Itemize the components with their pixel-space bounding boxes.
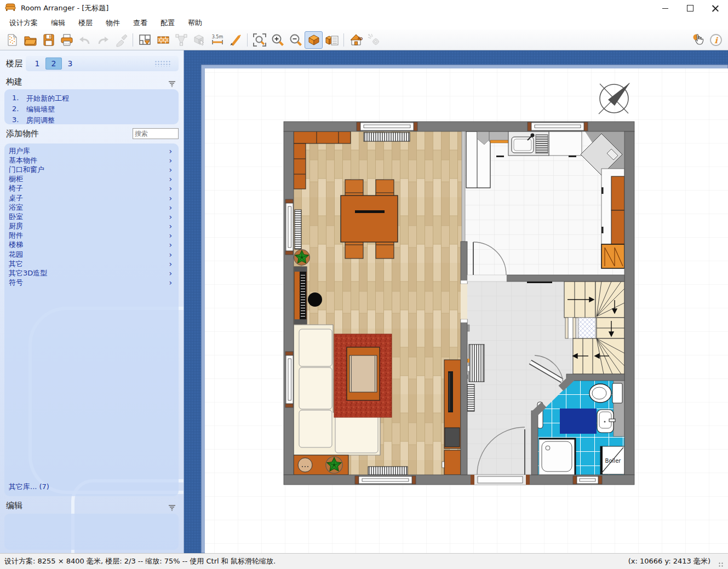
zoom-fit-button[interactable] — [250, 31, 268, 49]
kitchen-sink[interactable] — [508, 131, 549, 156]
chevron-right-icon — [169, 194, 172, 202]
status-bar: 设计方案: 8255 × 8400 毫米, 楼层: 2/3 -- 缩放: 75%… — [0, 553, 728, 569]
format-brush-icon — [114, 33, 128, 47]
measure-button[interactable]: 3.5m — [208, 31, 226, 49]
chevron-right-icon — [169, 279, 172, 286]
more-libraries-link[interactable]: 其它库... (7) — [9, 482, 49, 492]
minimize-button[interactable] — [652, 0, 678, 16]
floor-button[interactable]: 3 — [62, 58, 78, 70]
floor-button[interactable]: 1 — [29, 58, 45, 70]
insert-object-icon — [192, 33, 207, 47]
zoom-fit-icon — [253, 33, 267, 47]
edit-section-title: 编辑 — [6, 501, 22, 511]
resize-grip[interactable] — [718, 562, 724, 567]
chevron-right-icon — [169, 147, 172, 155]
explode-view-button[interactable] — [365, 31, 383, 49]
app-logo-sofa-icon — [5, 3, 16, 14]
menu-item[interactable]: 配置 — [154, 16, 181, 30]
toilet[interactable] — [589, 383, 622, 403]
pointer-mode-button[interactable] — [689, 31, 707, 49]
potted-plant[interactable] — [294, 250, 310, 266]
menu-item[interactable]: 物件 — [99, 16, 127, 30]
round-side-table[interactable] — [308, 292, 322, 307]
category-item[interactable]: 卧室 — [4, 212, 179, 221]
bath-mat[interactable] — [560, 409, 597, 434]
open-button[interactable] — [21, 31, 39, 49]
category-item[interactable]: 符号 — [4, 278, 179, 288]
category-item[interactable]: 其它3D造型 — [4, 268, 179, 278]
edit-points-button[interactable] — [172, 31, 190, 49]
category-item[interactable]: 基本物件 — [4, 156, 179, 165]
category-item[interactable]: 厨房 — [4, 222, 179, 231]
chevron-right-icon — [169, 213, 172, 221]
redo-button[interactable] — [94, 31, 112, 49]
collapse-funnel-icon[interactable] — [168, 503, 176, 513]
category-item[interactable]: 桌子 — [4, 193, 179, 203]
fridge[interactable] — [601, 244, 624, 268]
potted-plant[interactable] — [326, 457, 342, 473]
walkthrough-house-button[interactable]: 3D — [347, 31, 365, 49]
chevron-right-icon — [169, 241, 172, 249]
close-button[interactable] — [703, 0, 728, 16]
kitchen-right-cabinets[interactable] — [601, 169, 624, 244]
floors-label: 楼层 — [6, 59, 22, 69]
build-step-link[interactable]: 2. 编辑墙壁 — [4, 104, 179, 115]
bottom-radiator[interactable] — [368, 467, 408, 475]
category-item[interactable]: 椅子 — [4, 184, 179, 193]
search-input[interactable] — [133, 128, 179, 139]
save-button[interactable] — [39, 31, 58, 49]
undo-button[interactable] — [76, 31, 94, 49]
zoom-out-icon — [289, 33, 303, 47]
wall-brick-button[interactable] — [154, 31, 172, 49]
floor-buttons: 123 — [26, 56, 179, 71]
floor-button[interactable]: 2 — [45, 58, 62, 70]
bookshelf[interactable] — [294, 267, 307, 324]
main-area: 楼层 123 构建 1. 开始新的工程 2. 编辑墙壁 — [0, 50, 728, 553]
build-step-link[interactable]: 1. 开始新的工程 — [4, 93, 179, 104]
status-cursor-coords: (x: 10666 y: 2413 毫米) — [628, 556, 710, 566]
view-3d-button[interactable] — [305, 31, 323, 49]
category-item[interactable]: 附件 — [4, 231, 179, 240]
draw-pen-button[interactable] — [226, 31, 244, 49]
floor-plan-drawing[interactable]: Boiler — [184, 50, 728, 553]
maximize-button[interactable] — [678, 0, 703, 16]
category-item[interactable]: 花园 — [4, 250, 179, 259]
tv-cabinet[interactable] — [442, 360, 461, 475]
category-item[interactable]: 橱柜 — [4, 175, 179, 184]
collapse-funnel-icon[interactable] — [168, 79, 176, 89]
boiler[interactable]: Boiler — [600, 446, 624, 474]
edit-walls-button[interactable] — [136, 31, 154, 49]
zoom-out-button[interactable] — [286, 31, 305, 49]
object-list-icon — [325, 33, 339, 47]
new-design-button[interactable] — [3, 31, 21, 49]
zoom-in-button[interactable] — [268, 31, 286, 49]
menu-item[interactable]: 设计方案 — [3, 16, 44, 30]
menu-item[interactable]: 楼层 — [72, 16, 99, 30]
left-radiator[interactable] — [295, 210, 301, 249]
category-item[interactable]: 用户库 — [4, 146, 179, 156]
build-step-link[interactable]: 3. 房间调整 — [4, 115, 179, 126]
category-item[interactable]: 楼梯 — [4, 240, 179, 250]
category-item[interactable]: 其它 — [4, 259, 179, 268]
wash-basin[interactable] — [597, 410, 615, 433]
staircase[interactable] — [564, 281, 624, 374]
top-radiator[interactable] — [364, 133, 410, 141]
print-button[interactable] — [58, 31, 76, 49]
rug-and-coffee-table[interactable] — [334, 334, 392, 417]
category-item[interactable]: 浴室 — [4, 203, 179, 212]
redo-icon — [96, 33, 110, 47]
hall-ladder-shelf[interactable] — [467, 384, 474, 411]
title-bar: Room Arranger - [无标题] — [0, 0, 728, 16]
menu-item[interactable]: 编辑 — [44, 16, 72, 30]
category-item[interactable]: 门口和窗户 — [4, 165, 179, 174]
shower-tray[interactable] — [539, 439, 575, 475]
object-list-button[interactable] — [323, 31, 341, 49]
format-brush-button[interactable] — [112, 31, 130, 49]
menu-item[interactable]: 查看 — [127, 16, 154, 30]
object-categories-panel: 用户库 基本物件 门口和窗户 橱柜 — [4, 143, 179, 496]
menu-item[interactable]: 帮助 — [181, 16, 209, 30]
hall-radiator[interactable] — [469, 344, 484, 382]
insert-object-button[interactable] — [190, 31, 208, 49]
canvas-viewport[interactable]: Boiler — [184, 50, 728, 553]
info-button[interactable]: i — [707, 31, 725, 49]
